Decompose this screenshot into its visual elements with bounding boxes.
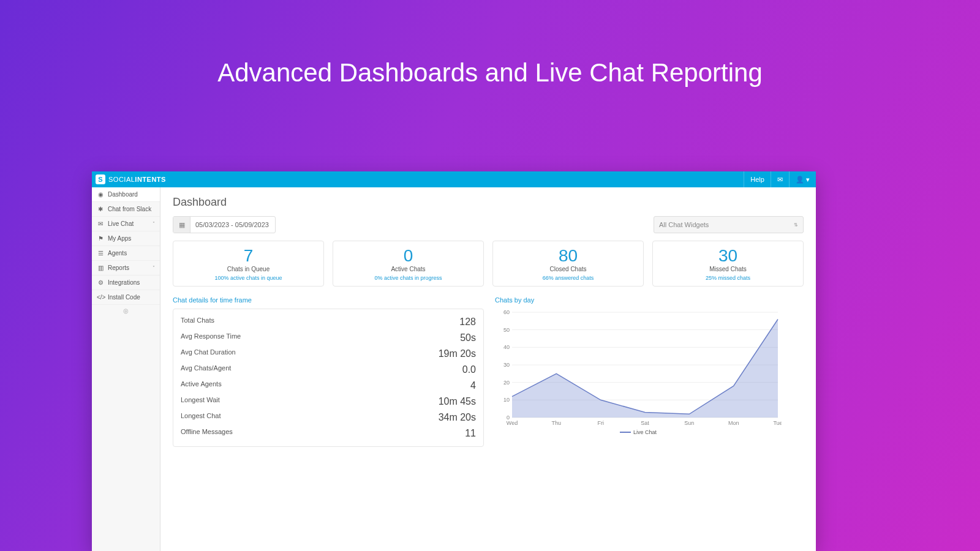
stat-sublabel: 100% active chats in queue	[177, 275, 320, 281]
page-title: Dashboard	[173, 196, 804, 209]
sidebar-item-label: Dashboard	[108, 191, 138, 198]
sidebar-item-label: Reports	[108, 264, 129, 271]
detail-label: Longest Wait	[181, 396, 220, 407]
stat-card-chats-in-queue: 7 Chats in Queue 100% active chats in qu…	[173, 241, 324, 287]
chevron-down-icon: ˅	[153, 265, 155, 271]
stat-value: 30	[657, 247, 799, 264]
dashboard-icon: ◉	[97, 191, 104, 198]
stat-cards-row: 7 Chats in Queue 100% active chats in qu…	[173, 241, 804, 287]
detail-row: Avg Chat Duration19m 20s	[181, 346, 476, 362]
brand-logo[interactable]: S SOCIALINTENTS	[92, 174, 166, 184]
help-button[interactable]: Help	[744, 171, 771, 187]
detail-value: 50s	[460, 332, 476, 343]
agents-icon: ☰	[97, 250, 104, 257]
svg-text:20: 20	[503, 380, 510, 386]
sidebar-collapse-button[interactable]: ◎	[92, 305, 160, 317]
detail-value: 4	[470, 380, 476, 391]
chat-icon: ✉	[97, 220, 104, 227]
code-icon: </>	[97, 294, 104, 301]
sidebar-item-dashboard[interactable]: ◉ Dashboard	[92, 187, 160, 202]
chats-by-day-chart: 0102030405060WedThuFriSatSunMonTueLive C…	[495, 309, 782, 437]
hero-title: Advanced Dashboards and Live Chat Report…	[0, 0, 980, 88]
app-window: S SOCIALINTENTS Help ✉ 👤 ▾ ◉ Dashboard ✱…	[92, 171, 816, 551]
stat-label: Chats in Queue	[177, 266, 320, 272]
select-caret-icon: ⇅	[794, 222, 798, 228]
detail-value: 0.0	[462, 364, 476, 375]
details-section-title: Chat details for time frame	[173, 296, 484, 304]
sidebar-item-label: My Apps	[108, 235, 131, 242]
sidebar-item-chat-from-slack[interactable]: ✱ Chat from Slack	[92, 202, 160, 217]
svg-text:Live Chat: Live Chat	[633, 429, 657, 435]
sidebar-item-live-chat[interactable]: ✉ Live Chat ˅	[92, 217, 160, 231]
sidebar-item-label: Chat from Slack	[108, 206, 151, 212]
widget-select[interactable]: All Chat Widgets ⇅	[654, 216, 804, 233]
svg-text:40: 40	[503, 344, 510, 350]
stat-value: 80	[497, 247, 639, 264]
main-content: Dashboard ▦ 05/03/2023 - 05/09/2023 All …	[160, 187, 816, 551]
svg-text:30: 30	[503, 362, 510, 368]
detail-value: 128	[459, 317, 476, 328]
detail-value: 11	[465, 428, 476, 439]
calendar-icon: ▦	[173, 217, 190, 233]
stat-sublabel: 0% active chats in progress	[337, 275, 480, 281]
svg-text:60: 60	[503, 309, 510, 315]
reports-icon: ▥	[97, 264, 104, 271]
logo-icon: S	[96, 174, 105, 184]
svg-text:10: 10	[503, 397, 510, 403]
apps-icon: ⚑	[97, 235, 104, 242]
date-range-value: 05/03/2023 - 05/09/2023	[190, 221, 269, 228]
sidebar-item-reports[interactable]: ▥ Reports ˅	[92, 261, 160, 276]
topbar: S SOCIALINTENTS Help ✉ 👤 ▾	[92, 171, 816, 187]
details-card: Total Chats128Avg Response Time50sAvg Ch…	[173, 309, 484, 447]
stat-label: Active Chats	[337, 266, 480, 272]
integrations-icon: ⚙	[97, 279, 104, 286]
detail-label: Total Chats	[181, 317, 214, 328]
sidebar-item-install-code[interactable]: </> Install Code	[92, 290, 160, 305]
svg-text:Mon: Mon	[728, 420, 739, 426]
detail-row: Longest Wait10m 45s	[181, 394, 476, 410]
mail-icon[interactable]: ✉	[771, 171, 789, 187]
svg-text:Thu: Thu	[552, 420, 562, 426]
detail-label: Avg Chats/Agent	[181, 364, 231, 375]
detail-value: 19m 20s	[439, 348, 476, 359]
stat-sublabel: 25% missed chats	[657, 275, 799, 281]
detail-value: 34m 20s	[439, 412, 476, 423]
chevron-down-icon: ˅	[153, 221, 155, 227]
date-range-picker[interactable]: ▦ 05/03/2023 - 05/09/2023	[173, 216, 276, 233]
slack-icon: ✱	[97, 206, 104, 212]
detail-row: Longest Chat34m 20s	[181, 410, 476, 425]
user-menu[interactable]: 👤 ▾	[789, 171, 816, 187]
sidebar: ◉ Dashboard ✱ Chat from Slack ✉ Live Cha…	[92, 187, 160, 551]
stat-card-active-chats: 0 Active Chats 0% active chats in progre…	[333, 241, 484, 287]
stat-card-closed-chats: 80 Closed Chats 66% answered chats	[492, 241, 644, 287]
detail-label: Active Agents	[181, 380, 222, 391]
detail-row: Total Chats128	[181, 314, 476, 330]
sidebar-item-integrations[interactable]: ⚙ Integrations	[92, 276, 160, 290]
chart-section-title: Chats by day	[495, 296, 804, 304]
stat-value: 7	[177, 247, 320, 264]
logo-text: SOCIALINTENTS	[108, 176, 166, 183]
widget-select-label: All Chat Widgets	[659, 221, 709, 228]
sidebar-item-agents[interactable]: ☰ Agents	[92, 246, 160, 261]
stat-value: 0	[337, 247, 480, 264]
sidebar-item-label: Install Code	[108, 294, 140, 301]
detail-label: Avg Response Time	[181, 332, 241, 343]
detail-value: 10m 45s	[439, 396, 476, 407]
sidebar-item-label: Agents	[108, 250, 127, 257]
detail-label: Avg Chat Duration	[181, 348, 236, 359]
sidebar-item-my-apps[interactable]: ⚑ My Apps	[92, 231, 160, 246]
detail-row: Active Agents4	[181, 378, 476, 394]
stat-sublabel: 66% answered chats	[497, 275, 639, 281]
detail-label: Offline Messages	[181, 428, 233, 439]
svg-text:Fri: Fri	[597, 420, 604, 426]
sidebar-item-label: Live Chat	[108, 220, 134, 227]
detail-row: Avg Chats/Agent0.0	[181, 362, 476, 378]
svg-text:50: 50	[503, 327, 510, 333]
detail-row: Avg Response Time50s	[181, 330, 476, 346]
sidebar-item-label: Integrations	[108, 279, 140, 286]
svg-text:Sun: Sun	[684, 420, 694, 426]
stat-label: Missed Chats	[657, 266, 799, 272]
svg-text:Sat: Sat	[641, 420, 649, 426]
svg-text:Wed: Wed	[507, 420, 518, 426]
stat-label: Closed Chats	[497, 266, 639, 272]
